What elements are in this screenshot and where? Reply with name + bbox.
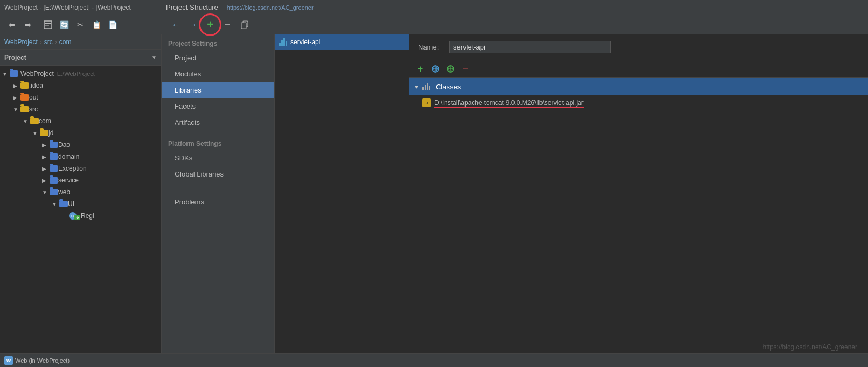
- title-bar: WebProject - [E:\\WebProject] - [WebProj…: [0, 0, 868, 15]
- cut-button[interactable]: ✂: [73, 17, 88, 32]
- breadcrumb-src: src: [44, 38, 53, 46]
- detail-panel: Name: +: [409, 34, 868, 353]
- class-path: D:\install\apache-tomcat-9.0.0.M26\lib\s…: [434, 99, 584, 107]
- dialog-title-bar: Project Structure https://blog.csdn.net/…: [162, 3, 868, 11]
- library-item-servlet-api[interactable]: servlet-api: [275, 34, 409, 50]
- tree-item-out[interactable]: ▶ out: [0, 91, 161, 103]
- main-toolbar: ⬅ ➡ 🔄 ✂ 📋 📄 ← → + −: [0, 15, 868, 34]
- breadcrumb-com: com: [59, 38, 72, 46]
- ide-left-panel: WebProject › src › com Project ▼ ▼ WebPr…: [0, 34, 162, 353]
- tree-item-idea[interactable]: ▶ .idea: [0, 80, 161, 91]
- nav-forward-button[interactable]: →: [185, 17, 200, 32]
- status-bar: W Web (in WebProject): [0, 353, 868, 367]
- url-display: https://blog.csdn.net/AC_greener: [227, 4, 314, 11]
- add-source-button[interactable]: +: [444, 62, 457, 75]
- project-settings-header: Project Settings: [162, 34, 274, 50]
- class-entry[interactable]: J D:\install\apache-tomcat-9.0.0.M26\lib…: [409, 95, 868, 110]
- nav-facets[interactable]: Facets: [162, 98, 274, 114]
- forward-button[interactable]: ➡: [20, 17, 36, 32]
- nav-global-libraries[interactable]: Global Libraries: [162, 166, 274, 182]
- jar-icon: J: [422, 98, 431, 107]
- ide-toolbar: ⬅ ➡ 🔄 ✂ 📋 📄: [2, 17, 164, 32]
- main-content: WebProject › src › com Project ▼ ▼ WebPr…: [0, 34, 868, 353]
- tree-item-com[interactable]: ▼ com: [0, 115, 161, 127]
- breadcrumb: WebProject › src › com: [0, 34, 161, 50]
- copy-file-button[interactable]: 📋: [89, 17, 104, 32]
- structure-toolbar: ← → + −: [164, 17, 866, 32]
- platform-settings-header: Platform Settings: [162, 135, 274, 150]
- tree-item-src[interactable]: ▼ src: [0, 103, 161, 115]
- other-header: [162, 186, 274, 194]
- classes-header: ▼ Classes: [409, 78, 868, 95]
- nav-problems[interactable]: Problems: [162, 194, 274, 210]
- paste-button[interactable]: 📄: [105, 17, 120, 32]
- panel-arrow: ▼: [151, 54, 157, 60]
- tree-item-exception[interactable]: ▶ Exception: [0, 163, 161, 174]
- library-list: servlet-api: [275, 34, 409, 353]
- classes-section: ▼ Classes J D:\install\apache-tomcat-9.0…: [409, 78, 868, 353]
- right-split: servlet-api Name: +: [275, 34, 868, 353]
- tree-item-service[interactable]: ▶ service: [0, 174, 161, 186]
- nav-artifacts[interactable]: Artifacts: [162, 114, 274, 130]
- add-library-button[interactable]: +: [203, 17, 218, 32]
- remove-entry-button[interactable]: −: [459, 62, 472, 75]
- project-button[interactable]: [40, 17, 55, 32]
- sync-button[interactable]: 🔄: [57, 17, 72, 32]
- back-button[interactable]: ⬅: [4, 17, 19, 32]
- project-structure-nav: Project Settings Project Modules Librari…: [162, 34, 275, 353]
- tree-item-jd[interactable]: ▼ jd: [0, 127, 161, 139]
- svg-text:+: +: [448, 68, 450, 72]
- copy-button[interactable]: [237, 17, 252, 32]
- tree-root[interactable]: ▼ WebProject E:\WebProject: [0, 68, 161, 80]
- nav-back-button[interactable]: ←: [168, 17, 183, 32]
- tree-item-ui[interactable]: ▼ UI: [0, 198, 161, 210]
- nav-modules[interactable]: Modules: [162, 66, 274, 82]
- nav-sdks[interactable]: SDKs: [162, 150, 274, 166]
- panel-header: Project ▼: [0, 50, 161, 66]
- add-classes-button[interactable]: +: [414, 62, 427, 75]
- nav-libraries[interactable]: Libraries: [162, 82, 274, 98]
- svg-rect-4: [241, 23, 246, 29]
- name-row: Name:: [409, 34, 868, 60]
- name-input[interactable]: [449, 41, 611, 53]
- status-web-item: W Web (in WebProject): [4, 356, 70, 365]
- remove-button[interactable]: −: [220, 17, 235, 32]
- svg-rect-1: [45, 23, 51, 24]
- watermark: https://blog.csdn.net/AC_greener: [763, 343, 857, 351]
- nav-project[interactable]: Project: [162, 50, 274, 66]
- tree-item-web[interactable]: ▼ web: [0, 186, 161, 198]
- tree-item-dao[interactable]: ▶ Dao: [0, 139, 161, 151]
- ide-title: WebProject - [E:\\WebProject] - [WebProj…: [0, 4, 162, 11]
- add-external-button[interactable]: [429, 62, 442, 75]
- tree-item-domain[interactable]: ▶ domain: [0, 151, 161, 163]
- web-status-icon: W: [4, 356, 13, 365]
- name-label: Name:: [418, 43, 445, 51]
- tree-item-regi[interactable]: ▶ C ⚙ Regi: [0, 210, 161, 222]
- panel-title: Project: [4, 54, 26, 61]
- classes-label: Classes: [436, 83, 461, 91]
- dialog-title: Project Structure: [166, 3, 218, 11]
- project-tree: ▼ WebProject E:\WebProject ▶ .idea ▶ out…: [0, 66, 161, 353]
- detail-toolbar: + +: [409, 60, 868, 78]
- breadcrumb-project: WebProject: [4, 38, 38, 46]
- add-button-wrapper: +: [203, 17, 218, 32]
- library-bar-icon: [279, 38, 287, 46]
- status-label: Web (in WebProject): [15, 357, 70, 364]
- svg-rect-2: [45, 25, 49, 26]
